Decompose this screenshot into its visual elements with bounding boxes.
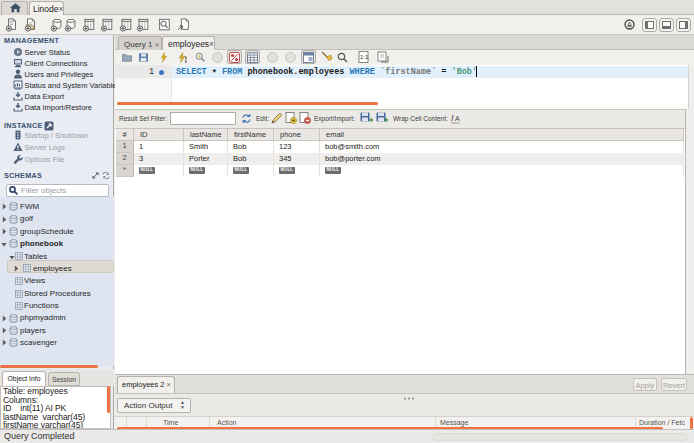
svg-text:A: A [455,115,460,122]
svg-text:1:1: 1:1 [360,54,369,60]
svg-text:I: I [451,113,454,123]
